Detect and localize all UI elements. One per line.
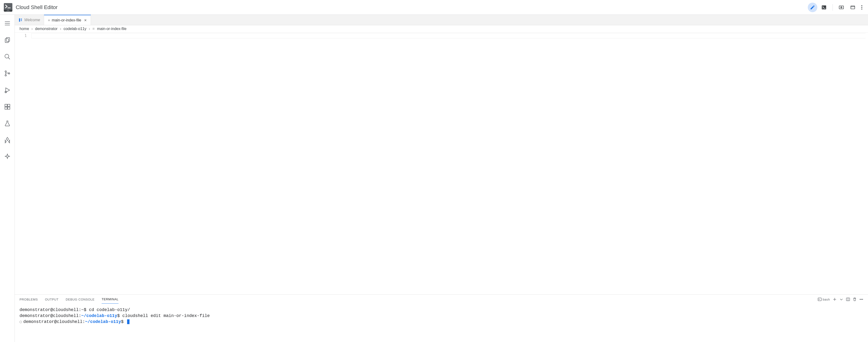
split-terminal-button[interactable]: [846, 297, 850, 301]
bottom-panel: PROBLEMS OUTPUT DEBUG CONSOLE TERMINAL b…: [15, 294, 868, 342]
svg-rect-9: [851, 6, 855, 9]
svg-rect-2: [7, 10, 9, 11]
terminal-shell-selector[interactable]: bash: [818, 297, 830, 301]
chevron-right-icon: ›: [60, 27, 61, 31]
panel-tabs: PROBLEMS OUTPUT DEBUG CONSOLE TERMINAL b…: [15, 294, 868, 304]
svg-point-8: [841, 7, 842, 8]
brand: Cloud Shell Editor: [4, 3, 58, 12]
kill-terminal-button[interactable]: [853, 297, 857, 301]
svg-rect-14: [6, 38, 9, 41]
breadcrumb-seg-project[interactable]: codelab-o11y: [64, 27, 86, 31]
breadcrumb-seg-home[interactable]: home: [20, 27, 29, 31]
panel-tab-output[interactable]: OUTPUT: [45, 295, 59, 304]
svg-point-19: [5, 75, 6, 76]
cloud-code-icon[interactable]: [2, 135, 13, 146]
terminal-prompt-prefix: demonstrator@cloudshell:: [23, 319, 85, 324]
svg-rect-24: [8, 107, 10, 109]
app-title: Cloud Shell Editor: [16, 4, 58, 10]
panel-tab-problems[interactable]: PROBLEMS: [20, 295, 38, 304]
terminal-prompt-suffix: $: [84, 308, 89, 312]
svg-rect-22: [5, 104, 7, 107]
svg-rect-0: [4, 3, 12, 10]
file-icon: ≡: [92, 27, 94, 31]
terminal-prompt-suffix: $: [117, 313, 122, 318]
panel-tab-terminal[interactable]: TERMINAL: [102, 295, 119, 304]
line-number: 1: [15, 34, 27, 38]
svg-rect-3: [6, 11, 10, 11]
svg-rect-23: [5, 107, 7, 109]
top-bar: Cloud Shell Editor: [0, 0, 868, 15]
terminal-dropdown-icon[interactable]: [839, 297, 843, 301]
preview-button[interactable]: [837, 3, 846, 12]
sparkle-icon[interactable]: [2, 151, 13, 163]
tab-active-file-label: main-or-index-file: [52, 18, 82, 22]
panel-tab-debug[interactable]: DEBUG CONSOLE: [66, 295, 94, 304]
panel-more-button[interactable]: [860, 297, 863, 301]
more-menu-button[interactable]: [860, 3, 864, 11]
terminal-cursor: [127, 319, 129, 324]
activity-bar: [0, 15, 15, 342]
svg-rect-4: [822, 5, 826, 9]
terminal-command: cd codelab-o11y/: [89, 308, 130, 312]
svg-point-36: [861, 299, 862, 300]
svg-point-18: [5, 71, 6, 72]
svg-rect-15: [5, 38, 8, 42]
chevron-right-icon: ›: [89, 27, 90, 31]
svg-point-16: [5, 54, 8, 58]
terminal-prompt-path: ~: [81, 308, 84, 312]
extensions-icon[interactable]: [2, 101, 13, 113]
tab-welcome-label: Welcome: [24, 18, 40, 22]
open-editor-button[interactable]: [808, 3, 817, 12]
close-tab-icon[interactable]: ✕: [83, 18, 87, 22]
terminal-command: cloudshell edit main-or-index-file: [122, 313, 210, 318]
svg-point-37: [862, 299, 863, 300]
shell-name-label: bash: [823, 298, 830, 301]
terminal-prompt-path: ~/codelab-o11y: [81, 313, 117, 318]
breadcrumb[interactable]: home › demonstrator › codelab-o11y › ≡ m…: [15, 25, 868, 33]
code-body[interactable]: [31, 33, 866, 38]
tab-welcome[interactable]: Welcome: [15, 15, 44, 25]
breadcrumb-seg-file[interactable]: main-or-index-file: [97, 27, 127, 31]
status-ring-icon: [20, 321, 22, 323]
terminal-prompt-prefix: demonstrator@cloudshell:: [20, 308, 81, 312]
svg-rect-25: [8, 104, 10, 107]
new-terminal-button[interactable]: [833, 297, 837, 301]
editor-tabs: Welcome ≡ main-or-index-file ✕: [15, 15, 868, 25]
terminal-prompt-prefix: demonstrator@cloudshell:: [20, 313, 81, 318]
gutter: 1: [15, 33, 31, 294]
hamburger-menu-icon[interactable]: [2, 18, 13, 29]
cloud-shell-logo-icon: [4, 3, 12, 12]
tab-active-file[interactable]: ≡ main-or-index-file ✕: [44, 15, 91, 25]
beaker-icon[interactable]: [2, 118, 13, 129]
open-terminal-button[interactable]: [819, 3, 829, 12]
terminal-prompt-path: ~/codelab-o11y: [85, 319, 121, 324]
svg-rect-26: [19, 18, 20, 22]
chevron-right-icon: ›: [31, 27, 33, 31]
source-control-icon[interactable]: [2, 68, 13, 79]
breadcrumb-seg-user[interactable]: demonstrator: [35, 27, 57, 31]
editor-area: Welcome ≡ main-or-index-file ✕ home › de…: [15, 15, 868, 342]
panel-actions: bash: [818, 297, 863, 301]
search-icon[interactable]: [2, 51, 13, 62]
welcome-tab-icon: [19, 18, 22, 22]
file-icon: ≡: [48, 18, 50, 22]
explorer-icon[interactable]: [2, 34, 13, 46]
code-editor[interactable]: 1: [15, 33, 868, 294]
open-new-window-button[interactable]: [848, 3, 858, 12]
workspace: Welcome ≡ main-or-index-file ✕ home › de…: [0, 15, 868, 342]
svg-line-17: [8, 58, 10, 59]
terminal[interactable]: demonstrator@cloudshell:~$ cd codelab-o1…: [15, 304, 868, 342]
terminal-prompt-suffix: $: [121, 319, 126, 324]
svg-point-35: [860, 299, 861, 300]
run-debug-icon[interactable]: [2, 84, 13, 96]
top-actions: [808, 3, 864, 12]
